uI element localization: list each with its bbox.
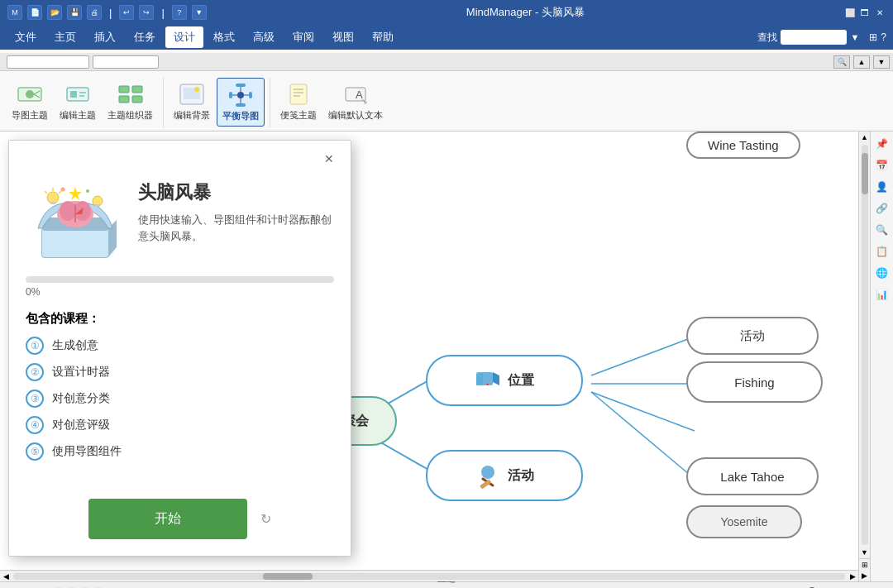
quick-tab-2[interactable] — [93, 55, 159, 69]
search-dropdown[interactable]: ▼ — [850, 32, 859, 42]
edit-theme-label: 编辑主题 — [60, 109, 96, 122]
dialog-hero-text: 头脑风暴 使用快速输入、导图组件和计时器酝酿创意头脑风暴。 — [138, 180, 334, 263]
ribbon-btn-map-theme[interactable]: 导图主题 — [7, 78, 53, 125]
svg-line-57 — [59, 191, 61, 194]
courses-section: 包含的课程： ① 生成创意 ② 设置计时器 ③ 对创意分类 — [26, 311, 334, 461]
dialog-footer: 开始 ↻ — [9, 485, 351, 556]
courses-heading: 包含的课程： — [26, 311, 334, 327]
save-icon[interactable]: 💾 — [67, 5, 82, 20]
dialog-hero: 头脑风暴 使用快速输入、导图组件和计时器酝酿创意头脑风暴。 — [26, 180, 334, 263]
menu-file[interactable]: 文件 — [7, 26, 45, 48]
side-globe-icon[interactable]: 🌐 — [873, 264, 891, 282]
close-btn[interactable]: ✕ — [873, 6, 886, 19]
side-person-icon[interactable]: 👤 — [873, 178, 891, 196]
ribbon-btn-balance[interactable]: 平衡导图 — [217, 78, 265, 127]
help-ribbon-icon[interactable]: ? — [881, 31, 886, 43]
side-link-icon[interactable]: 🔗 — [873, 199, 891, 218]
ribbon-btn-edit-theme[interactable]: 编辑主题 — [55, 78, 101, 125]
side-chart-icon[interactable]: 📊 — [873, 285, 891, 304]
balance-label: 平衡导图 — [222, 110, 259, 122]
menu-design[interactable]: 设计 — [165, 26, 203, 48]
dialog-description: 使用快速输入、导图组件和计时器酝酿创意头脑风暴。 — [138, 212, 334, 244]
menu-format[interactable]: 格式 — [205, 26, 243, 48]
ribbon-btn-theme-org[interactable]: 主题组织器 — [103, 78, 158, 125]
menu-home[interactable]: 主页 — [46, 26, 84, 48]
course-label-4: 对创意评级 — [52, 418, 110, 433]
titlebar: M 📄 📂 💾 🖨 | ↩ ↪ | ? ▼ MindManager - 头脑风暴… — [0, 0, 893, 25]
v-scroll-thumb[interactable] — [862, 153, 868, 194]
ribbon-btn-default-text[interactable]: A 编辑默认文本 — [323, 78, 388, 125]
scroll-down-btn[interactable]: ▼ — [859, 547, 871, 558]
brainstorm-dialog: ✕ — [8, 140, 351, 557]
scroll-up-btn[interactable]: ▲ — [859, 131, 871, 143]
titlebar-left: M 📄 📂 💾 🖨 | ↩ ↪ | ? ▼ — [7, 5, 208, 20]
menu-view[interactable]: 视图 — [324, 26, 362, 48]
more-icon[interactable]: ▼ — [192, 5, 207, 20]
theme-org-label: 主题组织器 — [107, 109, 153, 122]
course-item-2: ② 设置计时器 — [26, 363, 334, 381]
side-calendar-icon[interactable]: 📅 — [873, 156, 891, 174]
default-text-label: 编辑默认文本 — [328, 109, 383, 122]
svg-rect-11 — [132, 96, 142, 103]
theme-org-icon — [117, 81, 144, 108]
v-scroll-track[interactable] — [862, 145, 868, 545]
layout-toggle[interactable]: ⊞ — [869, 31, 877, 43]
svg-point-1 — [26, 90, 34, 98]
course-num-2: ② — [26, 363, 44, 381]
print-icon[interactable]: 🖨 — [87, 5, 102, 20]
undo-icon[interactable]: ↩ — [119, 5, 134, 20]
svg-point-31 — [364, 101, 367, 104]
side-panel: 📌 📅 👤 🔗 🔍 📋 🌐 📊 — [870, 131, 893, 581]
course-num-1: ① — [26, 337, 44, 355]
app-icon: M — [7, 5, 22, 20]
course-num-4: ④ — [26, 416, 44, 434]
help-icon[interactable]: ? — [172, 5, 187, 20]
default-text-icon: A — [342, 81, 369, 108]
main-area: 浮动主题 聚会 位置 活动 活动 — [0, 131, 893, 581]
canvas[interactable]: 浮动主题 聚会 位置 活动 活动 — [0, 131, 858, 581]
corner-icon-2[interactable]: ▶ — [859, 570, 871, 581]
start-button[interactable]: 开始 — [88, 499, 247, 539]
ribbon-btn-edit-bg[interactable]: 编辑背景 — [169, 78, 215, 125]
maximize-btn[interactable]: 🗖 — [858, 6, 872, 19]
quick-tab-1[interactable] — [7, 55, 89, 69]
corner-icon-1[interactable]: ⊞ — [859, 558, 871, 570]
v-scrollbar[interactable]: ▲ ▼ ⊞ ▶ — [858, 131, 870, 581]
search-ribbon-icon[interactable]: 🔍 — [833, 55, 850, 69]
new-icon[interactable]: 📄 — [27, 5, 42, 20]
course-label-3: 对创意分类 — [52, 391, 110, 406]
search-area: 查找 ▼ ⊞ ? — [757, 30, 886, 45]
brain-illustration — [30, 183, 121, 261]
menu-help[interactable]: 帮助 — [364, 26, 402, 48]
side-search-icon[interactable]: 🔍 — [873, 221, 891, 239]
scroll-down-ribbon[interactable]: ▼ — [873, 55, 890, 69]
side-pin-icon[interactable]: 📌 — [873, 135, 891, 153]
menu-task[interactable]: 任务 — [126, 26, 164, 48]
dialog-close-btn[interactable]: ✕ — [321, 151, 337, 167]
svg-rect-60 — [95, 204, 100, 207]
edit-bg-icon — [179, 81, 205, 108]
course-label-5: 使用导图组件 — [52, 444, 122, 459]
scroll-up-ribbon[interactable]: ▲ — [853, 55, 870, 69]
fit-icon[interactable]: ⊡ — [878, 586, 886, 589]
ribbon-btn-note[interactable]: 便笺主题 — [275, 78, 322, 125]
search-input[interactable] — [781, 30, 847, 45]
menubar: 文件 主页 插入 任务 设计 格式 高级 审阅 视图 帮助 查找 ▼ ⊞ ? — [0, 25, 893, 50]
svg-rect-4 — [67, 88, 88, 101]
note-label: 便笺主题 — [280, 109, 317, 122]
menu-insert[interactable]: 插入 — [86, 26, 124, 48]
menu-review[interactable]: 审阅 — [284, 26, 322, 48]
redo-icon[interactable]: ↪ — [139, 5, 154, 20]
open-icon[interactable]: 📂 — [47, 5, 62, 20]
svg-rect-46 — [42, 228, 108, 257]
svg-point-62 — [86, 189, 89, 193]
svg-marker-58 — [69, 187, 82, 200]
side-copy-icon[interactable]: 📋 — [873, 242, 891, 261]
statusbar-right: − + 100% ⊡ — [758, 586, 886, 589]
menu-advanced[interactable]: 高级 — [245, 26, 283, 48]
dialog-header: ✕ — [9, 141, 351, 174]
minimize-btn[interactable]: ⬜ — [843, 6, 857, 19]
refresh-icon[interactable]: ↻ — [260, 511, 271, 527]
svg-point-14 — [194, 87, 199, 92]
svg-rect-23 — [249, 92, 252, 98]
